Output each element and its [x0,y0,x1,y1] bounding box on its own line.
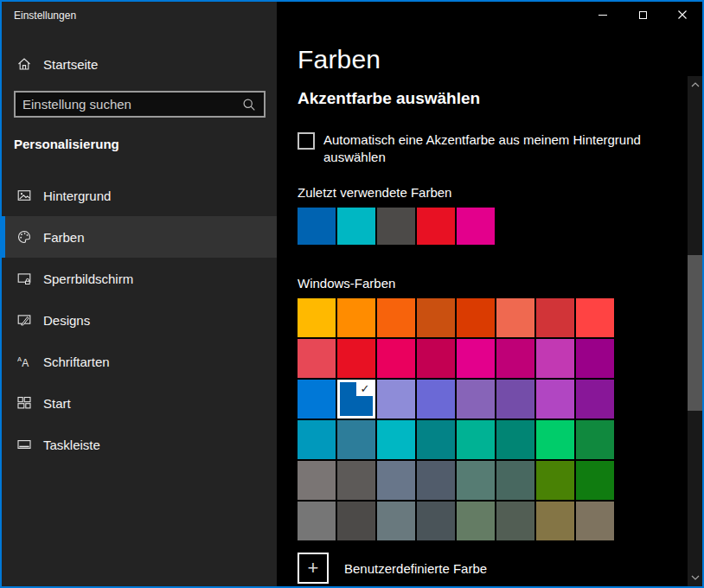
scrollbar[interactable] [688,76,702,586]
scroll-up-icon[interactable] [688,78,702,92]
windows-color-swatch[interactable] [298,420,336,459]
windows-color-swatch[interactable] [377,502,415,540]
recent-color-swatch[interactable] [457,208,495,245]
sidebar-item-hintergrund[interactable]: Hintergrund [2,175,277,216]
windows-color-swatch[interactable] [496,461,534,500]
sidebar-item-start[interactable]: Start [2,382,277,424]
search-input[interactable] [16,97,242,112]
windows-color-swatch[interactable] [337,461,375,500]
windows-color-swatch[interactable] [576,502,614,540]
windows-color-swatch[interactable] [536,461,574,500]
settings-window: Einstellungen Startseite Personalisierun… [0,0,704,588]
windows-colors-title: Windows-Farben [298,276,395,291]
windows-color-swatch[interactable] [457,298,495,337]
minimize-icon [598,15,607,16]
windows-color-swatch[interactable] [496,380,534,419]
sidebar-item-sperrbildschirm[interactable]: Sperrbildschirm [2,258,277,299]
windows-color-swatch[interactable] [536,380,574,419]
search-box [14,91,266,118]
close-icon [678,10,687,19]
sidebar-item-label: Startseite [43,57,98,72]
scroll-down-icon[interactable] [688,571,702,585]
windows-color-swatch[interactable] [496,298,534,337]
sidebar-item-schriftarten[interactable]: AASchriftarten [2,341,277,382]
windows-color-swatch[interactable] [377,298,415,337]
windows-color-swatch[interactable] [417,380,455,419]
windows-color-swatch[interactable] [337,502,375,540]
themes-icon [17,313,31,327]
sidebar-item-home[interactable]: Startseite [2,47,277,81]
recent-color-swatch[interactable] [298,208,336,245]
windows-color-swatch[interactable] [457,502,495,540]
windows-color-swatch[interactable] [298,298,336,337]
windows-color-swatch[interactable] [536,339,574,378]
windows-color-swatch[interactable] [417,420,455,459]
windows-color-swatch[interactable] [417,502,455,540]
windows-color-swatch[interactable] [457,380,495,419]
windows-color-swatch[interactable] [417,339,455,378]
main-content: Farben Akzentfarbe auswählen Automatisch… [277,2,702,586]
windows-color-swatch[interactable] [298,380,336,419]
windows-color-swatch[interactable] [298,339,336,378]
custom-color-label: Benutzerdefinierte Farbe [344,561,487,576]
custom-color-row: + Benutzerdefinierte Farbe [298,553,487,584]
windows-color-swatch[interactable] [576,298,614,337]
auto-accent-checkbox[interactable] [298,132,315,150]
windows-color-swatch-selected[interactable]: ✓ [337,380,375,419]
maximize-icon [639,11,647,19]
windows-color-swatch[interactable] [417,298,455,337]
start-icon [17,396,31,410]
sidebar-item-label: Taskleiste [43,438,100,452]
windows-color-swatch[interactable] [576,420,614,459]
sidebar-item-label: Farben [43,230,85,245]
sidebar-item-designs[interactable]: Designs [2,299,277,341]
windows-color-swatch[interactable] [377,380,415,419]
windows-color-swatch[interactable] [536,502,574,540]
sidebar-item-farben[interactable]: Farben [2,216,277,258]
windows-color-swatch[interactable] [496,502,534,540]
windows-color-swatch[interactable] [337,339,375,378]
windows-color-swatch[interactable] [536,298,574,337]
windows-color-swatch[interactable] [377,461,415,500]
sidebar-item-label: Start [43,396,71,411]
auto-accent-label[interactable]: Automatisch eine Akzentfarbe aus meinem … [323,131,695,166]
windows-color-swatch[interactable] [457,461,495,500]
windows-color-swatch[interactable] [377,339,415,378]
sidebar-item-label: Hintergrund [43,189,111,203]
windows-color-swatch[interactable] [496,420,534,459]
accent-section-title: Akzentfarbe auswählen [298,89,480,108]
image-icon [17,189,31,202]
sidebar: Einstellungen Startseite Personalisierun… [2,2,277,586]
windows-color-swatch[interactable] [298,502,336,540]
sidebar-item-taskleiste[interactable]: Taskleiste [2,424,277,465]
recent-color-swatch[interactable] [377,208,415,245]
windows-color-swatch[interactable] [298,461,336,500]
windows-color-swatch[interactable] [417,461,455,500]
scrollbar-thumb[interactable] [688,255,702,411]
windows-color-swatch[interactable] [457,420,495,459]
sidebar-item-label: Designs [43,313,90,328]
svg-text:A: A [22,357,29,368]
windows-color-swatch[interactable] [536,420,574,459]
windows-color-swatch[interactable] [576,380,614,419]
windows-color-swatch[interactable] [496,339,534,378]
maximize-button[interactable] [623,2,662,28]
auto-accent-row: Automatisch eine Akzentfarbe aus meinem … [298,131,695,166]
windows-color-swatch[interactable] [576,461,614,500]
windows-color-swatch[interactable] [337,298,375,337]
sidebar-section-title: Personalisierung [14,137,119,151]
windows-colors-grid: ✓ [298,298,614,540]
windows-color-swatch[interactable] [576,339,614,378]
recent-color-swatch[interactable] [417,208,455,245]
recent-color-swatch[interactable] [337,208,375,245]
minimize-button[interactable] [583,2,623,28]
recent-colors-row [298,208,495,245]
window-title: Einstellungen [14,10,76,22]
search-icon[interactable] [242,98,256,112]
close-button[interactable] [662,2,702,28]
add-custom-color-button[interactable]: + [298,553,329,584]
windows-color-swatch[interactable] [337,420,375,459]
windows-color-swatch[interactable] [377,420,415,459]
taskbar-icon [17,438,31,451]
windows-color-swatch[interactable] [457,339,495,378]
